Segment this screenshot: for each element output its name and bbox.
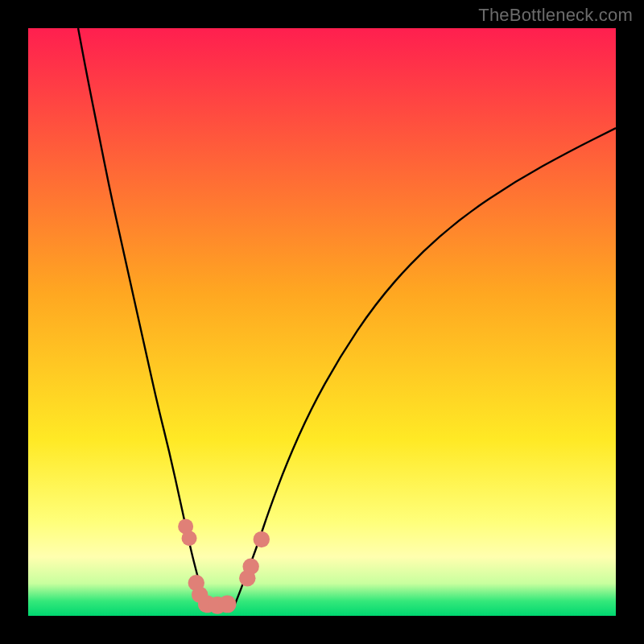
bead-marker: [219, 595, 237, 613]
bead-marker: [242, 558, 258, 574]
bead-marker: [254, 531, 270, 547]
gradient-background: [28, 28, 616, 616]
bottleneck-chart: [28, 28, 616, 616]
plot-container: [28, 28, 616, 616]
watermark-text: TheBottleneck.com: [478, 5, 633, 26]
bead-marker: [182, 530, 197, 546]
outer-frame: TheBottleneck.com: [0, 0, 644, 644]
